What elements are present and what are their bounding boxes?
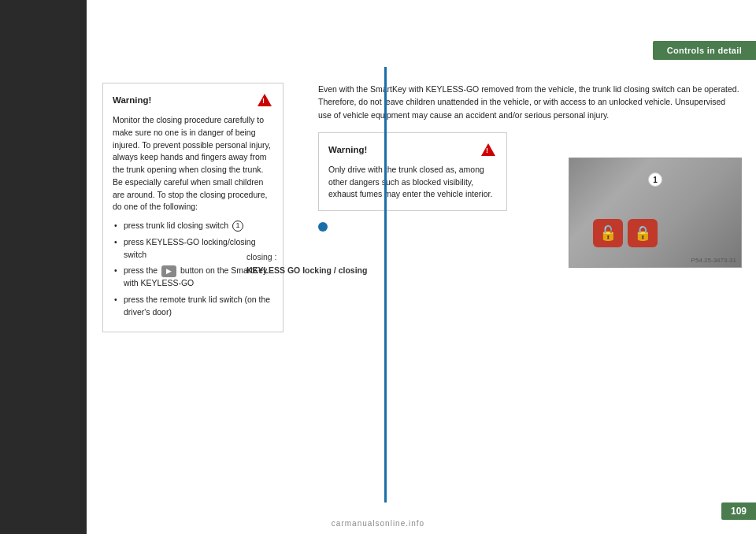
trunk-button-1: 🔓 (593, 219, 623, 247)
warning-box-right: Warning! Only drive with the trunk close… (318, 132, 507, 211)
warning-body-right: Only drive with the trunk closed as, amo… (328, 164, 497, 201)
warning-body-left: Monitor the closing procedure carefully … (113, 114, 273, 213)
vertical-divider (384, 67, 387, 502)
list-item: press trunk lid closing switch 1 (113, 220, 273, 232)
warning-title-left: Warning! (113, 95, 151, 105)
trunk-button-2: 🔒 (628, 219, 658, 247)
car-trunk-image: 1 🔓 🔒 P54.25-3473-31 (569, 158, 742, 268)
right-top-paragraph: Even with the SmartKey with KEYLESS-GO r… (318, 83, 740, 121)
bullet-text-2: press KEYLESS-GO locking/closing switch (124, 237, 256, 259)
warning-header-left: Warning! (113, 91, 273, 109)
list-item: press the remote trunk lid switch (on th… (113, 294, 273, 319)
left-sidebar (0, 0, 87, 534)
image-reference: P54.25-3473-31 (691, 257, 736, 264)
bullet-text-4: press the remote trunk lid switch (on th… (124, 295, 270, 317)
triangle-warning-icon-left (258, 94, 272, 106)
circle-ref-1: 1 (232, 221, 243, 232)
triangle-warning-icon-right (481, 143, 495, 156)
warning-header-right: Warning! (328, 141, 497, 158)
trunk-buttons-illustration: 🔓 🔒 (593, 219, 658, 247)
car-image-inner: 1 🔓 🔒 P54.25-3473-31 (569, 158, 741, 267)
warning-icon-right (480, 141, 497, 158)
closing-label: closing : (246, 252, 277, 261)
smartkey-button-icon: ▶ (161, 265, 176, 278)
image-badge-1: 1 (648, 172, 662, 187)
warning-icon-left (256, 91, 273, 109)
blue-dot (318, 222, 328, 232)
watermark: carmanualsonline.info (332, 519, 424, 528)
main-content: Warning! Monitor the closing procedure c… (87, 0, 756, 534)
warning-title-right: Warning! (328, 145, 367, 154)
left-column: Warning! Monitor the closing procedure c… (102, 83, 284, 343)
trunk-btn-icon-1: 🔓 (599, 224, 617, 242)
bullet-text-1: press trunk lid closing switch (124, 221, 231, 230)
keyless-go-label: KEYLESS GO locking / closing (246, 265, 367, 275)
warning-box-left: Warning! Monitor the closing procedure c… (102, 83, 284, 332)
bullet-text-3: press the ▶ button on the SmartKey with … (124, 265, 267, 287)
trunk-btn-icon-2: 🔒 (634, 224, 651, 242)
